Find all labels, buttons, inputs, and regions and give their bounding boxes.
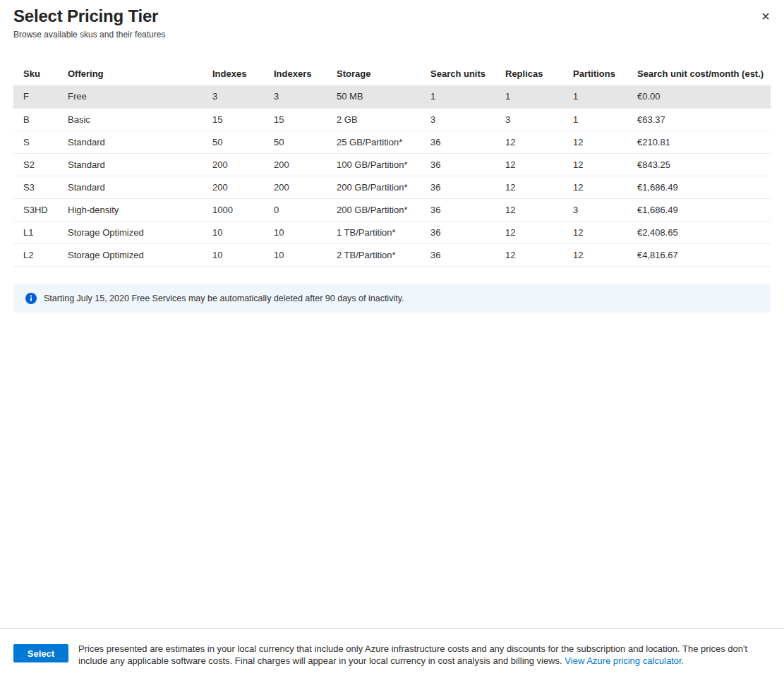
table-row[interactable]: BBasic15152 GB331€63.37 — [13, 108, 771, 131]
table-cell: 12 — [563, 153, 627, 176]
table-cell: 12 — [495, 243, 563, 266]
table-row[interactable]: S3Standard200200200 GB/Partition*361212€… — [13, 176, 771, 198]
table-cell: €1,686.49 — [627, 198, 771, 221]
table-cell: €843.25 — [627, 153, 771, 176]
table-cell: 15 — [203, 108, 264, 131]
footer-disclaimer: Prices presented are estimates in your l… — [78, 643, 771, 667]
table-cell: S2 — [13, 153, 58, 176]
column-header-replicas: Replicas — [495, 61, 563, 85]
table-cell: 12 — [495, 176, 563, 198]
table-cell: 10 — [264, 221, 327, 243]
table-cell: 200 — [203, 176, 264, 198]
info-banner-text: Starting July 15, 2020 Free Services may… — [44, 293, 404, 303]
dialog-header: Select Pricing Tier Browse available sku… — [0, 0, 784, 40]
table-cell: 36 — [421, 153, 495, 176]
table-cell: High-density — [58, 198, 203, 221]
table-cell: Standard — [58, 153, 203, 176]
table-cell: 3 — [421, 108, 495, 131]
table-cell: 10 — [203, 221, 264, 243]
table-cell: 36 — [421, 198, 495, 221]
table-cell: 12 — [563, 243, 627, 266]
table-cell: L1 — [13, 221, 58, 243]
column-header-partitions: Partitions — [563, 61, 627, 85]
table-cell: 0 — [264, 198, 327, 221]
table-cell: 36 — [421, 131, 495, 153]
table-cell: 3 — [563, 198, 627, 221]
table-cell: €2,408.65 — [627, 221, 771, 243]
table-cell: 12 — [563, 221, 627, 243]
table-cell: 100 GB/Partition* — [327, 153, 421, 176]
table-row[interactable]: L2Storage Optimized10102 TB/Partition*36… — [13, 243, 771, 266]
table-cell: 15 — [264, 108, 327, 131]
table-cell: 50 — [203, 131, 264, 153]
table-cell: 10 — [203, 243, 264, 266]
table-cell: 1 — [495, 85, 563, 108]
table-cell: F — [13, 85, 58, 108]
table-cell: 12 — [563, 176, 627, 198]
table-cell: S3 — [13, 176, 58, 198]
table-row[interactable]: S3HDHigh-density10000200 GB/Partition*36… — [13, 198, 771, 221]
table-cell: 12 — [495, 131, 563, 153]
table-cell: 36 — [421, 176, 495, 198]
table-cell: 12 — [495, 221, 563, 243]
table-cell: €0.00 — [627, 85, 771, 108]
pricing-tier-table: Sku Offering Indexes Indexers Storage Se… — [13, 61, 771, 267]
table-cell: 2 TB/Partition* — [327, 243, 421, 266]
table-cell: 12 — [563, 131, 627, 153]
table-row[interactable]: L1Storage Optimized10101 TB/Partition*36… — [13, 221, 771, 243]
table-cell: Basic — [58, 108, 203, 131]
table-cell: Storage Optimized — [58, 243, 203, 266]
close-icon: ✕ — [761, 10, 770, 23]
table-cell: €210.81 — [627, 131, 771, 153]
table-cell: S3HD — [13, 198, 58, 221]
table-cell: Standard — [58, 176, 203, 198]
table-cell: 50 — [264, 131, 327, 153]
info-banner: Starting July 15, 2020 Free Services may… — [13, 284, 771, 313]
table-cell: Standard — [58, 131, 203, 153]
column-header-search-units: Search units — [421, 61, 495, 85]
table-row[interactable]: SStandard505025 GB/Partition*361212€210.… — [13, 131, 771, 153]
table-cell: 10 — [264, 243, 327, 266]
table-cell: 200 — [203, 153, 264, 176]
table-cell: €4,816.67 — [627, 243, 771, 266]
column-header-storage: Storage — [327, 61, 421, 85]
column-header-cost: Search unit cost/month (est.) — [627, 61, 771, 85]
table-cell: 200 GB/Partition* — [327, 198, 421, 221]
close-button[interactable]: ✕ — [758, 8, 773, 24]
column-header-sku: Sku — [13, 61, 58, 85]
table-cell: 2 GB — [327, 108, 421, 131]
column-header-indexers: Indexers — [264, 61, 327, 85]
column-header-offering: Offering — [58, 61, 203, 85]
table-cell: 1 — [563, 85, 627, 108]
table-cell: 1 — [563, 108, 627, 131]
table-cell: 36 — [421, 243, 495, 266]
table-cell: 1000 — [203, 198, 264, 221]
page-title: Select Pricing Tier — [13, 6, 771, 26]
table-cell: 200 — [264, 153, 327, 176]
pricing-calculator-link[interactable]: View Azure pricing calculator. — [565, 655, 684, 666]
table-cell: 1 — [421, 85, 495, 108]
table-cell: L2 — [13, 243, 58, 266]
table-cell: 12 — [495, 153, 563, 176]
select-button[interactable]: Select — [13, 644, 68, 662]
table-cell: 200 — [264, 176, 327, 198]
table-cell: €1,686.49 — [627, 176, 771, 198]
table-row[interactable]: FFree3350 MB111€0.00 — [13, 85, 771, 108]
table-cell: Storage Optimized — [58, 221, 203, 243]
info-icon — [25, 293, 37, 304]
table-cell: 1 TB/Partition* — [327, 221, 421, 243]
table-cell: S — [13, 131, 58, 153]
table-cell: Free — [58, 85, 203, 108]
table-row[interactable]: S2Standard200200100 GB/Partition*361212€… — [13, 153, 771, 176]
table-cell: 200 GB/Partition* — [327, 176, 421, 198]
table-cell: €63.37 — [627, 108, 771, 131]
table-cell: 3 — [495, 108, 563, 131]
table-cell: 50 MB — [327, 85, 421, 108]
table-cell: B — [13, 108, 58, 131]
table-cell: 3 — [203, 85, 264, 108]
page-subtitle: Browse available skus and their features — [13, 30, 771, 40]
column-header-indexes: Indexes — [203, 61, 264, 85]
table-header-row: Sku Offering Indexes Indexers Storage Se… — [13, 61, 771, 85]
table-cell: 12 — [495, 198, 563, 221]
table-cell: 25 GB/Partition* — [327, 131, 421, 153]
